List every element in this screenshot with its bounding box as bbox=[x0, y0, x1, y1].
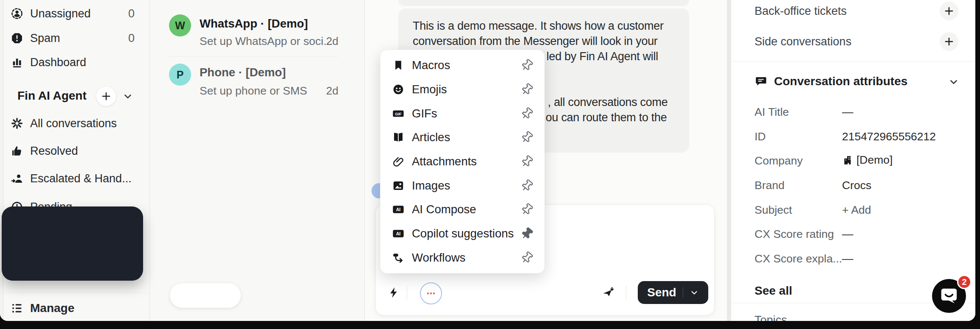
sidebar-item-unassigned[interactable]: Unassigned 0 bbox=[10, 4, 150, 23]
fin-section-chevron-down-icon[interactable] bbox=[122, 91, 133, 102]
conversation-preview: Set up phone or SMS bbox=[200, 84, 307, 98]
building-icon bbox=[842, 155, 853, 166]
message-line-3-fragment: led by Fin AI Agent will bbox=[546, 50, 658, 63]
message-line-5-fragment: ou can route them to the bbox=[546, 111, 667, 124]
pin-icon[interactable] bbox=[521, 251, 533, 264]
pin-icon[interactable] bbox=[521, 83, 533, 96]
message-line-2: conversation from the Messenger will loo… bbox=[413, 35, 658, 48]
composer-divider bbox=[407, 286, 407, 299]
chat-lines-icon bbox=[755, 75, 767, 88]
bookmark-icon bbox=[391, 59, 405, 72]
sidebar-item-spam[interactable]: Spam 0 bbox=[10, 29, 150, 47]
paperclip-icon bbox=[391, 155, 405, 168]
add-side-conversation-button[interactable] bbox=[940, 32, 958, 51]
send-button[interactable]: Send bbox=[638, 281, 708, 304]
manage-button[interactable]: Manage bbox=[10, 299, 150, 318]
menu-item-workflows[interactable]: Workflows bbox=[380, 245, 544, 270]
pin-icon[interactable] bbox=[521, 179, 533, 192]
menu-item-articles[interactable]: Articles bbox=[380, 125, 544, 150]
app-window: Unassigned 0 Spam 0 Dashboard Fin AI Age… bbox=[0, 0, 975, 321]
attributes-chevron-down-icon[interactable] bbox=[948, 76, 959, 87]
attribute-label-company: Company bbox=[755, 154, 803, 167]
menu-item-copilot-suggestions[interactable]: Copilot suggestions bbox=[380, 222, 544, 246]
sidebar-item-label: Resolved bbox=[30, 145, 78, 158]
insert-menu-button[interactable] bbox=[420, 282, 442, 304]
sidebar-item-count: 0 bbox=[128, 32, 135, 45]
sidebar-item-all-conversations[interactable]: All conversations bbox=[10, 114, 150, 133]
ai-badge-icon bbox=[391, 227, 405, 240]
pin-icon[interactable] bbox=[521, 59, 533, 72]
fin-add-button[interactable] bbox=[96, 86, 116, 106]
sidebar-item-resolved[interactable]: Resolved bbox=[10, 142, 150, 160]
attribute-label-id: ID bbox=[755, 130, 766, 143]
topics-label: Topics bbox=[755, 314, 787, 321]
pin-icon[interactable] bbox=[521, 131, 533, 144]
menu-item-emojis[interactable]: Emojis bbox=[380, 78, 544, 102]
previous-message-bubble-fragment bbox=[398, 0, 689, 6]
conversation-divider bbox=[168, 56, 338, 57]
thumbs-up-icon bbox=[10, 144, 24, 158]
sidebar-item-escalated[interactable]: Escalated & Hand... bbox=[10, 169, 150, 188]
attribute-label-cx-score-rating: CX Score rating bbox=[755, 228, 834, 241]
attribute-label-subject: Subject bbox=[755, 204, 792, 217]
composer-divider-2 bbox=[626, 286, 626, 299]
ellipsis-icon bbox=[425, 288, 436, 299]
side-conversations-label[interactable]: Side conversations bbox=[755, 35, 851, 48]
sidebar-item-dashboard[interactable]: Dashboard bbox=[10, 53, 150, 72]
attribute-value-subject-add[interactable]: + Add bbox=[842, 204, 871, 217]
layout-toggle bbox=[170, 283, 241, 308]
image-icon bbox=[391, 179, 405, 192]
attribute-value-brand[interactable]: Crocs bbox=[842, 179, 871, 192]
macro-bolt-button[interactable] bbox=[388, 286, 400, 299]
conversation-title: Phone · [Demo] bbox=[200, 66, 286, 79]
pin-icon[interactable] bbox=[521, 107, 533, 120]
fin-ai-agent-section-title: Fin AI Agent bbox=[17, 89, 87, 103]
conversation-row-whatsapp[interactable]: W WhatsApp · [Demo] Set up WhatsApp or s… bbox=[161, 8, 348, 55]
attribute-value-ai-title[interactable]: — bbox=[842, 106, 853, 119]
get-set-up-card[interactable]: Get set up Set up channels to connect wi… bbox=[2, 206, 143, 281]
book-icon bbox=[391, 131, 405, 144]
conversation-time: 2d bbox=[326, 84, 338, 98]
menu-item-ai-compose[interactable]: AI Compose bbox=[380, 198, 544, 222]
attribute-value-id[interactable]: 215472965556212 bbox=[842, 130, 936, 143]
menu-item-gifs[interactable]: GIFs bbox=[380, 101, 544, 125]
menu-item-images[interactable]: Images bbox=[380, 173, 544, 198]
conversation-time: 2d bbox=[326, 35, 338, 48]
sidebar-item-label: All conversations bbox=[30, 117, 117, 130]
attributes-header-label: Conversation attributes bbox=[774, 75, 907, 88]
see-all-link[interactable]: See all bbox=[755, 284, 792, 298]
attribute-value-cx-score-rating[interactable]: — bbox=[842, 228, 853, 241]
pin-filled-icon[interactable] bbox=[521, 227, 533, 240]
add-back-office-ticket-button[interactable] bbox=[940, 2, 958, 20]
sidebar-item-label: Unassigned bbox=[30, 7, 91, 20]
menu-item-attachments[interactable]: Attachments bbox=[380, 150, 544, 174]
unassigned-person-icon bbox=[10, 6, 24, 21]
pin-icon[interactable] bbox=[521, 203, 533, 216]
message-line-1: This is a demo message. It shows how a c… bbox=[413, 20, 664, 33]
notification-badge[interactable]: 2 bbox=[957, 275, 972, 289]
dashboard-icon bbox=[10, 55, 24, 70]
workflow-icon bbox=[391, 251, 405, 265]
back-office-tickets-label[interactable]: Back-office tickets bbox=[755, 5, 847, 18]
ai-badge-icon bbox=[391, 203, 405, 216]
escalated-person-icon bbox=[10, 171, 24, 186]
conversation-attributes-header[interactable]: Conversation attributes bbox=[755, 75, 907, 88]
sidebar-footer-divider bbox=[3, 293, 149, 293]
attribute-value-company[interactable]: [Demo] bbox=[842, 153, 893, 167]
send-later-button[interactable] bbox=[602, 286, 614, 299]
message-line-4-fragment: , all conversations come bbox=[548, 96, 667, 109]
sidebar-item-label: Escalated & Hand... bbox=[30, 172, 132, 185]
pin-icon[interactable] bbox=[521, 155, 533, 168]
avatar: W bbox=[169, 14, 191, 36]
send-options-chevron-down-icon[interactable] bbox=[690, 288, 699, 297]
attribute-value-cx-score-explanation[interactable]: — bbox=[842, 252, 853, 265]
screenshot-root: Unassigned 0 Spam 0 Dashboard Fin AI Age… bbox=[0, 0, 980, 329]
gif-badge-icon bbox=[391, 107, 405, 120]
send-label: Send bbox=[647, 286, 676, 299]
manage-label: Manage bbox=[30, 301, 74, 315]
spam-icon bbox=[10, 31, 24, 45]
conversation-row-phone[interactable]: P Phone · [Demo] Set up phone or SMS 2d bbox=[161, 59, 348, 107]
insert-popup-menu: Macros Emojis GIFs Articles Attachments bbox=[380, 50, 545, 273]
menu-item-macros[interactable]: Macros bbox=[380, 53, 544, 78]
send-button-divider bbox=[683, 287, 683, 298]
